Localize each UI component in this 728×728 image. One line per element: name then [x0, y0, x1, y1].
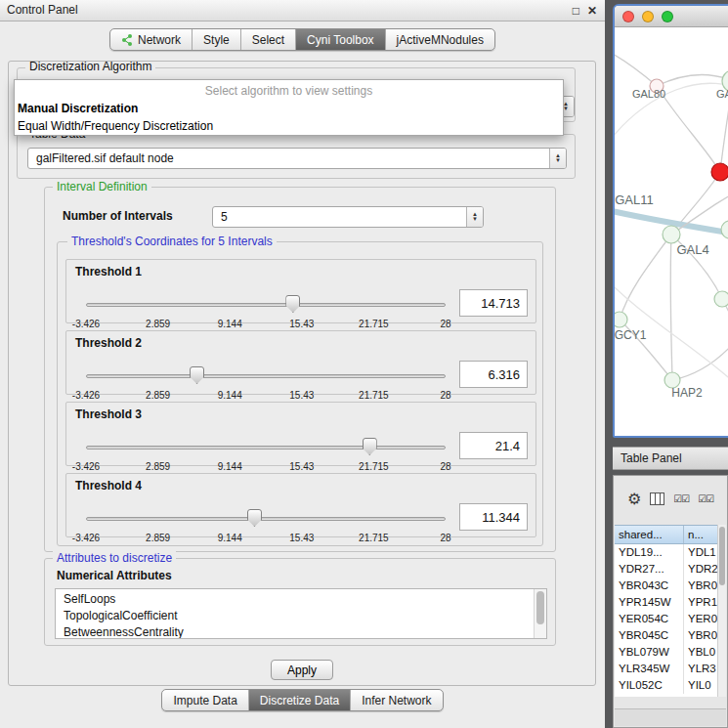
network-node[interactable] — [714, 291, 728, 307]
network-edge[interactable] — [620, 235, 671, 320]
network-node[interactable] — [663, 226, 680, 243]
table-scrollbar[interactable] — [717, 525, 726, 697]
popup-header: Select algorithm to view settings — [15, 80, 563, 100]
control-panel-window: Control Panel □ ✕ Network Style Select — [0, 0, 605, 728]
tab-style[interactable]: Style — [193, 29, 241, 50]
select-rows-icon[interactable]: ☑☑ — [698, 493, 713, 504]
slider-track[interactable] — [86, 374, 446, 378]
table-row[interactable]: YBR045CYBR0 — [615, 627, 719, 644]
slider-tick-label: 28 — [440, 319, 450, 329]
table-cell-shared-name: YPR145W — [615, 594, 684, 611]
slider-tick-label: 15.43 — [289, 319, 314, 329]
network-edge[interactable] — [722, 299, 728, 356]
slider-thumb[interactable] — [285, 295, 300, 313]
slider-ticks: -3.4262.8599.14415.4321.71528 — [86, 461, 446, 473]
table-row[interactable]: YPR145WYPR1 — [615, 594, 719, 611]
table-row[interactable]: YLR345WYLR3 — [615, 661, 719, 677]
network-window-titlebar — [615, 6, 728, 27]
threshold-1-slider[interactable]: -3.4262.8599.14415.4321.71528 — [86, 295, 446, 322]
control-panel-titlebar: Control Panel □ ✕ — [0, 0, 605, 21]
network-tab-icon — [121, 34, 133, 46]
table-data-combobox-stepper-icon[interactable]: ▲▼ — [549, 149, 566, 168]
columns-icon[interactable] — [650, 492, 664, 505]
tab-select[interactable]: Select — [241, 29, 296, 50]
gear-icon[interactable]: ⚙ — [627, 490, 641, 508]
table-panel-window: ⚙ ☑☑ ☑☑ shared... n... YDL19...YDL1YDR27… — [613, 475, 728, 728]
table-row[interactable]: YBL079WYBL0 — [615, 644, 719, 661]
attributes-group-title: Attributes to discretize — [53, 551, 176, 565]
apply-button[interactable]: Apply — [271, 660, 333, 680]
slider-tick-label: 21.715 — [359, 461, 389, 472]
table-row[interactable]: YIL052CYIL0 — [615, 677, 719, 694]
close-traffic-light[interactable] — [622, 11, 634, 22]
network-canvas-svg: GAL80GAGAL11GAL4GCY1HAP2 — [615, 27, 728, 436]
list-item[interactable]: BetweennessCentrality — [56, 624, 546, 639]
threshold-1-value-field[interactable]: 14.713 — [459, 289, 528, 317]
table-cell-name: YPR1 — [684, 594, 719, 611]
network-edge[interactable] — [615, 49, 657, 86]
column-header-name[interactable]: n... — [684, 526, 719, 543]
list-item[interactable]: TopologicalCoefficient — [56, 608, 546, 624]
slider-tick-label: 28 — [440, 461, 450, 472]
slider-tick-label: 21.715 — [359, 319, 389, 329]
threshold-1-label: Threshold 1 — [75, 265, 142, 278]
table-row[interactable]: YER054CYER0 — [615, 611, 719, 627]
close-window-icon[interactable]: ✕ — [587, 0, 597, 21]
number-of-intervals-stepper-icon[interactable]: ▲▼ — [466, 207, 483, 227]
table-data-combobox[interactable]: galFiltered.sif default node ▲▼ — [27, 148, 567, 169]
network-edge[interactable] — [657, 86, 720, 172]
slider-ticks: -3.4262.8599.14415.4321.71528 — [86, 319, 446, 330]
network-node[interactable] — [721, 221, 728, 238]
threshold-2-value-field[interactable]: 6.316 — [459, 361, 528, 388]
slider-tick-label: -3.426 — [72, 319, 100, 329]
network-canvas[interactable]: GAL80GAGAL11GAL4GCY1HAP2 — [615, 27, 728, 436]
slider-thumb[interactable] — [363, 438, 377, 455]
slider-tick-label: 9.144 — [218, 319, 242, 329]
slider-tick-label: 15.43 — [289, 390, 314, 401]
network-edge[interactable] — [670, 235, 672, 380]
zoom-traffic-light[interactable] — [662, 11, 673, 22]
slider-tick-label: 21.715 — [359, 533, 389, 543]
slider-track[interactable] — [86, 517, 446, 521]
slider-track[interactable] — [86, 446, 446, 450]
table-panel-title: Table Panel — [621, 451, 682, 465]
slider-thumb[interactable] — [247, 509, 262, 527]
slider-tick-label: -3.426 — [72, 461, 100, 472]
column-header-shared-name[interactable]: shared... — [615, 526, 684, 543]
slider-tick-label: 15.43 — [289, 533, 314, 543]
threshold-4-slider[interactable]: -3.4262.8599.14415.4321.71528 — [86, 509, 446, 536]
slider-thumb[interactable] — [190, 366, 204, 384]
tab-impute-data[interactable]: Impute Data — [162, 690, 248, 710]
threshold-4-value-field[interactable]: 11.344 — [459, 503, 528, 531]
popup-item-equal-width-frequency[interactable]: Equal Width/Frequency Discretization — [15, 117, 563, 135]
minimize-traffic-light[interactable] — [642, 11, 654, 22]
network-view-window: GAL80GAGAL11GAL4GCY1HAP2 — [613, 4, 728, 438]
threshold-1-panel: Threshold 1 -3.4262.8599.14415.4321.7152… — [65, 259, 536, 323]
network-edge[interactable] — [657, 75, 728, 86]
select-columns-icon[interactable]: ☑☑ — [673, 493, 689, 504]
tab-jactivemnodules[interactable]: jActiveMNodules — [386, 29, 494, 50]
tab-cyni-toolbox[interactable]: Cyni Toolbox — [296, 29, 385, 50]
network-node[interactable] — [711, 163, 728, 181]
network-node[interactable] — [615, 312, 627, 327]
threshold-3-slider[interactable]: -3.4262.8599.14415.4321.71528 — [86, 438, 446, 465]
slider-tick-label: 9.144 — [218, 461, 242, 472]
slider-track[interactable] — [86, 303, 446, 307]
threshold-2-slider[interactable]: -3.4262.8599.14415.4321.71528 — [86, 366, 446, 394]
table-row[interactable]: YDR27...YDR2 — [615, 561, 719, 578]
list-item[interactable]: SelfLoops — [56, 589, 546, 608]
table-cell-name: YDL1 — [684, 544, 719, 561]
float-window-icon[interactable]: □ — [573, 0, 579, 21]
network-edge[interactable] — [672, 322, 728, 380]
slider-tick-label: 2.859 — [146, 319, 170, 329]
table-row[interactable]: YDL19...YDL1 — [615, 544, 719, 561]
popup-item-manual-discretization[interactable]: Manual Discretization — [15, 100, 563, 117]
tab-network[interactable]: Network — [110, 29, 193, 50]
table-row[interactable]: YBR043CYBR0 — [615, 578, 719, 594]
threshold-3-value-field[interactable]: 21.4 — [459, 432, 528, 459]
attributes-list-scrollbar[interactable] — [534, 589, 546, 638]
tab-discretize-data[interactable]: Discretize Data — [249, 690, 351, 710]
tab-infer-network[interactable]: Infer Network — [351, 690, 442, 710]
threshold-3-label: Threshold 3 — [75, 407, 142, 421]
number-of-intervals-combobox[interactable]: 5 ▲▼ — [212, 206, 484, 228]
